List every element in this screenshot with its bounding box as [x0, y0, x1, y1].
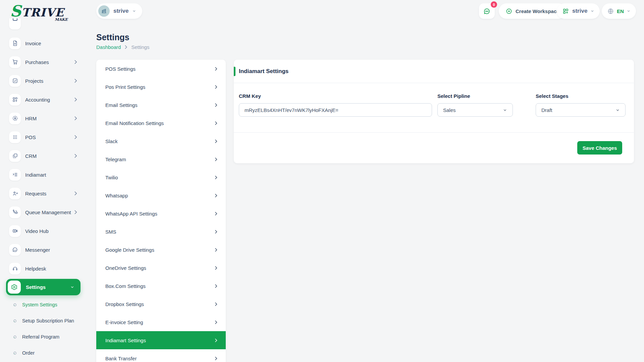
- menu-item-label: Bank Transfer: [105, 356, 137, 361]
- panel-header: Indiamart Settings: [234, 60, 634, 83]
- submenu-item-label: Referral Program: [22, 334, 59, 340]
- stages-select[interactable]: Draft: [536, 103, 626, 117]
- bullet-icon: [13, 319, 17, 323]
- create-workspace-label: Create Workspace: [516, 8, 559, 14]
- sidebar-item-messenger[interactable]: Messenger: [0, 240, 88, 259]
- menu-item-label: POS Settings: [105, 66, 136, 72]
- page-title: Settings: [96, 33, 129, 42]
- messages-button[interactable]: 0: [479, 3, 495, 19]
- breadcrumb-dashboard-link[interactable]: Dashboard: [96, 44, 121, 50]
- settings-menu-item-dropbox-settings[interactable]: Dropbox Settings: [96, 295, 226, 313]
- settings-menu-item-twilio[interactable]: Twilio: [96, 168, 226, 186]
- accent-bar: [234, 67, 235, 76]
- settings-menu-item-box-com-settings[interactable]: Box.Com Settings: [96, 277, 226, 295]
- purchases-icon: [9, 56, 21, 68]
- chevron-right-icon: [215, 212, 217, 216]
- save-changes-button[interactable]: Save Changes: [577, 141, 622, 155]
- sidebar-item-label: Settings: [26, 284, 46, 290]
- app-switcher-label: strive: [572, 8, 587, 14]
- bullet-icon: [13, 351, 17, 355]
- indiamart-icon: [9, 169, 21, 181]
- settings-menu-item-google-drive-settings[interactable]: Google Drive Settings: [96, 241, 226, 259]
- sidebar-item-video-hub[interactable]: Video Hub: [0, 222, 88, 240]
- settings-menu-item-slack[interactable]: Slack: [96, 132, 226, 150]
- submenu-item-referral-program[interactable]: Referral Program: [0, 329, 88, 345]
- menu-item-label: Pos Print Settings: [105, 84, 145, 90]
- chevron-right-icon: [215, 284, 217, 288]
- sidebar-item-partial[interactable]: [9, 18, 21, 29]
- chevron-right-icon: [215, 266, 217, 270]
- chevron-right-icon: [215, 85, 217, 89]
- language-code: EN: [617, 8, 624, 14]
- chevron-down-icon: [503, 108, 507, 112]
- settings-menu-item-bank-transfer[interactable]: Bank Transfer: [96, 349, 226, 362]
- pipeline-select[interactable]: Sales: [437, 103, 513, 117]
- settings-menu-item-pos-print-settings[interactable]: Pos Print Settings: [96, 78, 226, 96]
- crm-icon: [9, 150, 21, 162]
- requests-icon: [9, 188, 21, 199]
- settings-menu-item-e-invoice-setting[interactable]: E-invoice Setting: [96, 313, 226, 331]
- settings-menu-item-whatsapp[interactable]: Whatsapp: [96, 186, 226, 204]
- settings-menu-card: POS Settings Pos Print Settings Email Se…: [96, 60, 226, 362]
- settings-menu-item-sms[interactable]: SMS: [96, 223, 226, 241]
- sidebar-item-helpdesk[interactable]: Helpdesk: [0, 259, 88, 278]
- submenu-item-order[interactable]: Order: [0, 345, 88, 361]
- chevron-right-icon: [215, 121, 217, 125]
- sidebar-item-hrm[interactable]: HRM: [0, 109, 88, 128]
- indiamart-settings-panel: Indiamart Settings CRM Key Select Piplin…: [234, 60, 634, 163]
- chevron-right-icon: [215, 175, 217, 180]
- plus-circle-icon: [505, 8, 513, 15]
- breadcrumb-current: Settings: [131, 44, 149, 50]
- settings-menu-item-email-notification-settings[interactable]: Email Notification Settings: [96, 114, 226, 132]
- settings-submenu: System Settings Setup Subscription Plan …: [0, 297, 88, 361]
- sidebar-item-accounting[interactable]: Accounting: [0, 90, 88, 109]
- settings-menu-item-indiamart-settings[interactable]: Indiamart Settings: [96, 331, 226, 349]
- chevron-right-icon: [215, 230, 217, 234]
- submenu-item-setup-subscription-plan[interactable]: Setup Subscription Plan: [0, 313, 88, 329]
- sidebar-item-label: Queue Management: [25, 209, 71, 215]
- sidebar-item-purchases[interactable]: Purchases: [0, 53, 88, 71]
- menu-item-label: Google Drive Settings: [105, 247, 154, 253]
- crm-key-input[interactable]: [239, 103, 432, 117]
- grid-plus-icon: [562, 8, 569, 15]
- gear-icon: [8, 281, 21, 294]
- sidebar-item-requests[interactable]: Requests: [0, 184, 88, 203]
- workspace-selector[interactable]: strive: [96, 3, 142, 19]
- sidebar-item-label: Invoice: [25, 41, 41, 46]
- projects-icon: [9, 75, 21, 87]
- settings-menu-item-telegram[interactable]: Telegram: [96, 150, 226, 168]
- sidebar-item-crm[interactable]: CRM: [0, 146, 88, 165]
- menu-item-label: WhatsApp API Settings: [105, 211, 157, 217]
- chevron-right-icon: [215, 320, 217, 324]
- crm-key-label: CRM Key: [239, 93, 261, 99]
- sidebar-item-indiamart[interactable]: Indiamart: [0, 165, 88, 184]
- settings-menu-item-email-settings[interactable]: Email Settings: [96, 96, 226, 114]
- chevron-down-icon: [615, 108, 620, 112]
- app-switcher[interactable]: strive: [557, 3, 600, 19]
- chevron-right-icon: [215, 139, 217, 143]
- chevron-right-icon: [215, 248, 217, 252]
- settings-menu-item-pos-settings[interactable]: POS Settings: [96, 60, 226, 78]
- sidebar-item-queue-management[interactable]: Queue Management: [0, 203, 88, 222]
- settings-menu-item-onedrive-settings[interactable]: OneDrive Settings: [96, 259, 226, 277]
- chevron-right-icon: [124, 45, 127, 49]
- chevron-right-icon: [215, 356, 217, 361]
- submenu-item-system-settings[interactable]: System Settings: [0, 297, 88, 313]
- menu-item-label: Dropbox Settings: [105, 301, 144, 307]
- create-workspace-button[interactable]: Create Workspace: [499, 3, 566, 19]
- pos-icon: [9, 131, 21, 143]
- submenu-item-label: Setup Subscription Plan: [22, 318, 74, 323]
- language-selector[interactable]: EN: [602, 3, 636, 19]
- settings-menu-item-whatsapp-api-settings[interactable]: WhatsApp API Settings: [96, 204, 226, 223]
- sidebar-item-pos[interactable]: POS: [0, 128, 88, 146]
- panel-body: CRM Key Select Pipline Select Stages Sal…: [234, 83, 634, 133]
- chevron-down-icon: [627, 9, 631, 13]
- sidebar-item-label: Projects: [25, 78, 43, 84]
- sidebar-item-label: Messenger: [25, 247, 50, 253]
- workspace-avatar: [98, 5, 110, 17]
- sidebar-item-invoice[interactable]: Invoice: [0, 34, 88, 53]
- sidebar-item-label: Helpdesk: [25, 266, 46, 272]
- sidebar-item-settings[interactable]: Settings: [6, 279, 80, 295]
- sidebar-item-projects[interactable]: Projects: [0, 71, 88, 90]
- submenu-item-label: System Settings: [22, 302, 57, 307]
